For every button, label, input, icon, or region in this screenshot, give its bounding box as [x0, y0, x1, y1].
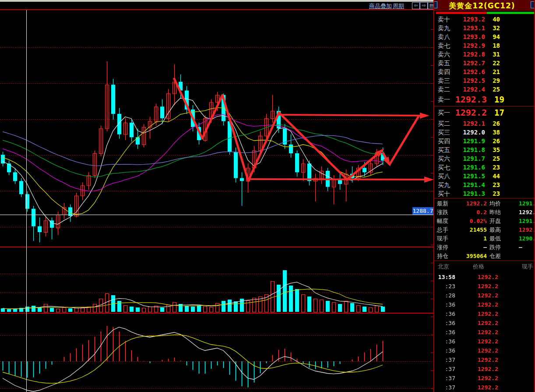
ask-row[interactable]: 卖九1293.132 — [434, 24, 535, 32]
tape-price: 1292.2 — [465, 300, 498, 309]
tape-price: 1292.2 — [465, 346, 498, 355]
tape-price: 1292.2 — [465, 328, 498, 337]
chart-toolbar: 商品叠加 周期 ⇦ ⇨ ▤ — [0, 2, 433, 9]
bid-row[interactable]: 买八1291.544 — [434, 172, 535, 180]
forward-arrow-icon[interactable]: ⇨ — [420, 2, 428, 9]
level-price: 1291.6 — [452, 163, 485, 172]
tape-row: :361292.2 — [434, 309, 535, 318]
level-qty: 25 — [487, 154, 500, 163]
ratio-red-segment — [436, 12, 487, 14]
stat-value: 1 — [449, 234, 487, 243]
tape-time: :37 — [434, 383, 455, 392]
tape-time: :36 — [434, 328, 455, 337]
level-price: 1292.1 — [452, 119, 485, 128]
level-label: 买二 — [438, 119, 450, 128]
tape-row: :361292.2 — [434, 346, 535, 355]
level-price: 1292.3 — [450, 94, 487, 106]
level-label: 卖六 — [438, 50, 450, 59]
stat-label: 跌停 — [489, 243, 501, 252]
chart-canvas[interactable] — [0, 9, 433, 392]
tape-time: :36 — [434, 318, 455, 328]
level-price: 1292.2 — [450, 107, 487, 119]
level-price: 1292.8 — [452, 50, 485, 59]
back-arrow-icon[interactable]: ⇦ — [412, 2, 420, 9]
instrument-name: 美黄金12(GC12) — [434, 1, 530, 11]
level-qty: 44 — [487, 172, 500, 180]
bid-row[interactable]: 买九1291.423 — [434, 180, 535, 189]
best-bid-row[interactable]: 买一1292.217 — [434, 107, 535, 119]
level-price: 1292.5 — [452, 76, 485, 85]
bid-row[interactable]: 买十1291.323 — [434, 189, 535, 198]
divider — [434, 261, 535, 261]
tape-price: 1292.2 — [465, 309, 498, 318]
stat-row: 现手1最低1290. — [434, 234, 535, 243]
level-qty: 25 — [487, 85, 500, 94]
level-label: 买九 — [438, 180, 450, 189]
level-label: 卖三 — [438, 76, 450, 85]
tape-row: :371292.2 — [434, 383, 535, 392]
ask-row[interactable]: 卖二1292.425 — [434, 85, 535, 94]
bid-row[interactable]: 买二1292.126 — [434, 119, 535, 128]
tape-header: 北京价格现手 — [434, 262, 535, 272]
bid-row[interactable]: 买三1292.038 — [434, 128, 535, 137]
stat-label: 持仓 — [437, 252, 448, 261]
tape-row: :371292.2 — [434, 355, 535, 364]
level-qty: 23 — [487, 163, 500, 172]
stat-label: 昨结 — [489, 208, 501, 217]
bid-row[interactable]: 买五1291.835 — [434, 145, 535, 154]
level-label: 买三 — [438, 128, 450, 137]
stat-value: 1291. — [519, 199, 535, 208]
level-label: 卖七 — [438, 41, 450, 50]
stat-row: 最新1292.2均价1291. — [434, 199, 535, 208]
bid-row[interactable]: 买六1291.725 — [434, 154, 535, 163]
ask-row[interactable]: 卖三1292.529 — [434, 76, 535, 85]
tape-price: 1292.2 — [465, 355, 498, 364]
level-label: 卖二 — [438, 85, 450, 94]
level-price: 1292.6 — [452, 67, 485, 76]
tape-row: :281292.2 — [434, 291, 535, 300]
level-qty: 40 — [487, 15, 500, 24]
tape-time: :28 — [434, 291, 455, 300]
stat-value: 21455 — [449, 226, 487, 234]
tape-row: :371292.2 — [434, 374, 535, 383]
ask-row[interactable]: 卖八1293.094 — [434, 32, 535, 41]
quote-panel: 美黄金12(GC12) 卖十1293.240卖九1293.132卖八1293.0… — [434, 0, 535, 392]
ask-row[interactable]: 卖十1293.240 — [434, 15, 535, 24]
ask-row[interactable]: 卖四1292.621 — [434, 67, 535, 76]
stat-label: 最高 — [489, 226, 501, 234]
level-label: 买十 — [438, 189, 450, 198]
level-label: 买五 — [438, 145, 450, 154]
level-label: 买七 — [438, 163, 450, 172]
tape-price: 1292.2 — [465, 291, 498, 300]
stat-value: 1291. — [519, 217, 535, 226]
tape-col-lots: 现手 — [522, 262, 533, 272]
tape-row: :361292.2 — [434, 300, 535, 309]
bid-row[interactable]: 买七1291.623 — [434, 163, 535, 172]
stat-value: 1292. — [519, 208, 535, 217]
level-qty: 26 — [487, 137, 500, 145]
level-price: 1292.0 — [452, 128, 485, 137]
tape-row: 13:581292.2 — [434, 272, 535, 282]
level-price: 1293.2 — [452, 15, 485, 24]
stat-value: — — [449, 243, 487, 252]
bid-row[interactable]: 买四1291.926 — [434, 137, 535, 145]
tape-time: :36 — [434, 309, 455, 318]
level-qty: 23 — [487, 180, 500, 189]
divider — [434, 106, 535, 106]
level-qty: 38 — [487, 128, 500, 137]
stat-row: 涨跌0.2昨结1292. — [434, 208, 535, 217]
stat-label: 最低 — [489, 234, 501, 243]
level-qty: 31 — [487, 50, 500, 59]
level-price: 1292.7 — [452, 59, 485, 67]
ask-row[interactable]: 卖五1292.722 — [434, 59, 535, 67]
trading-terminal-window: 商品叠加 周期 ⇦ ⇨ ▤ 1288.7 美黄金12(GC12) 卖十1293.… — [0, 0, 535, 392]
level-price: 1291.4 — [452, 180, 485, 189]
level-label: 卖十 — [438, 15, 450, 24]
ask-row[interactable]: 卖六1292.831 — [434, 50, 535, 59]
tape-time: :36 — [434, 337, 455, 346]
tape-time: :36 — [434, 300, 455, 309]
level-qty: 32 — [487, 24, 500, 32]
best-ask-row[interactable]: 卖一1292.319 — [434, 94, 535, 106]
level-price: 1293.1 — [452, 24, 485, 32]
ask-row[interactable]: 卖七1292.918 — [434, 41, 535, 50]
